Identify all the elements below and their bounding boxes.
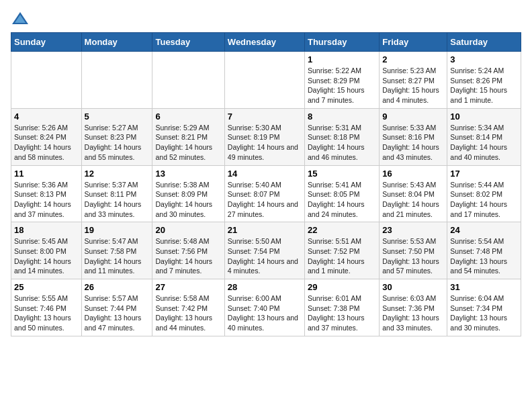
day-number: 25 bbox=[14, 282, 79, 292]
calendar-cell: 3Sunrise: 5:24 AM Sunset: 8:26 PM Daylig… bbox=[447, 52, 521, 109]
day-number: 19 bbox=[85, 225, 150, 235]
calendar-cell: 4Sunrise: 5:26 AM Sunset: 8:24 PM Daylig… bbox=[11, 108, 82, 165]
day-number: 29 bbox=[308, 282, 376, 292]
week-row-2: 11Sunrise: 5:36 AM Sunset: 8:13 PM Dayli… bbox=[11, 165, 521, 222]
calendar-header-row: SundayMondayTuesdayWednesdayThursdayFrid… bbox=[11, 33, 521, 52]
day-info: Sunrise: 5:38 AM Sunset: 8:09 PM Dayligh… bbox=[155, 180, 221, 220]
day-info: Sunrise: 5:24 AM Sunset: 8:26 PM Dayligh… bbox=[450, 66, 518, 105]
calendar-cell: 14Sunrise: 5:40 AM Sunset: 8:07 PM Dayli… bbox=[224, 165, 304, 222]
day-number: 2 bbox=[382, 54, 444, 64]
week-row-1: 4Sunrise: 5:26 AM Sunset: 8:24 PM Daylig… bbox=[11, 108, 521, 165]
calendar-cell: 26Sunrise: 5:57 AM Sunset: 7:44 PM Dayli… bbox=[81, 279, 152, 336]
calendar-cell: 17Sunrise: 5:44 AM Sunset: 8:02 PM Dayli… bbox=[447, 165, 521, 222]
calendar-cell: 30Sunrise: 6:03 AM Sunset: 7:36 PM Dayli… bbox=[380, 279, 447, 336]
calendar-cell: 11Sunrise: 5:36 AM Sunset: 8:13 PM Dayli… bbox=[11, 165, 82, 222]
day-number: 20 bbox=[155, 225, 221, 235]
calendar-cell bbox=[224, 52, 304, 109]
day-info: Sunrise: 5:58 AM Sunset: 7:42 PM Dayligh… bbox=[155, 293, 221, 333]
calendar-cell bbox=[152, 52, 224, 109]
day-number: 23 bbox=[382, 225, 444, 235]
header-monday: Monday bbox=[81, 33, 152, 52]
day-number: 31 bbox=[450, 282, 518, 292]
day-info: Sunrise: 5:36 AM Sunset: 8:13 PM Dayligh… bbox=[14, 180, 79, 220]
day-number: 18 bbox=[14, 225, 79, 235]
day-number: 4 bbox=[14, 111, 79, 122]
day-number: 3 bbox=[450, 54, 518, 64]
calendar-table: SundayMondayTuesdayWednesdayThursdayFrid… bbox=[11, 32, 521, 336]
day-number: 30 bbox=[382, 282, 444, 292]
calendar-cell bbox=[11, 52, 82, 109]
calendar-cell: 9Sunrise: 5:33 AM Sunset: 8:16 PM Daylig… bbox=[380, 108, 447, 165]
calendar-cell: 28Sunrise: 6:00 AM Sunset: 7:40 PM Dayli… bbox=[224, 279, 304, 336]
day-info: Sunrise: 5:48 AM Sunset: 7:56 PM Dayligh… bbox=[155, 236, 221, 276]
page-header bbox=[11, 11, 521, 26]
day-info: Sunrise: 5:22 AM Sunset: 8:29 PM Dayligh… bbox=[308, 66, 376, 105]
calendar-cell: 7Sunrise: 5:30 AM Sunset: 8:19 PM Daylig… bbox=[224, 108, 304, 165]
calendar-cell: 15Sunrise: 5:41 AM Sunset: 8:05 PM Dayli… bbox=[304, 165, 379, 222]
logo-icon bbox=[11, 11, 30, 26]
calendar-cell: 19Sunrise: 5:47 AM Sunset: 7:58 PM Dayli… bbox=[81, 222, 152, 279]
calendar-cell: 25Sunrise: 5:55 AM Sunset: 7:46 PM Dayli… bbox=[11, 279, 82, 336]
day-info: Sunrise: 6:03 AM Sunset: 7:36 PM Dayligh… bbox=[382, 293, 444, 333]
day-info: Sunrise: 5:47 AM Sunset: 7:58 PM Dayligh… bbox=[85, 236, 150, 276]
calendar-cell: 20Sunrise: 5:48 AM Sunset: 7:56 PM Dayli… bbox=[152, 222, 224, 279]
day-info: Sunrise: 5:27 AM Sunset: 8:23 PM Dayligh… bbox=[85, 123, 150, 163]
day-number: 16 bbox=[382, 169, 444, 179]
day-info: Sunrise: 6:04 AM Sunset: 7:34 PM Dayligh… bbox=[450, 293, 518, 333]
day-info: Sunrise: 5:37 AM Sunset: 8:11 PM Dayligh… bbox=[85, 180, 150, 220]
calendar-cell: 24Sunrise: 5:54 AM Sunset: 7:48 PM Dayli… bbox=[447, 222, 521, 279]
calendar-cell: 8Sunrise: 5:31 AM Sunset: 8:18 PM Daylig… bbox=[304, 108, 379, 165]
day-info: Sunrise: 5:26 AM Sunset: 8:24 PM Dayligh… bbox=[14, 123, 79, 163]
calendar-cell: 22Sunrise: 5:51 AM Sunset: 7:52 PM Dayli… bbox=[304, 222, 379, 279]
header-saturday: Saturday bbox=[447, 33, 521, 52]
day-number: 14 bbox=[228, 169, 302, 179]
calendar-cell: 12Sunrise: 5:37 AM Sunset: 8:11 PM Dayli… bbox=[81, 165, 152, 222]
day-info: Sunrise: 5:54 AM Sunset: 7:48 PM Dayligh… bbox=[450, 236, 518, 276]
calendar-cell: 16Sunrise: 5:43 AM Sunset: 8:04 PM Dayli… bbox=[380, 165, 447, 222]
header-friday: Friday bbox=[380, 33, 447, 52]
day-number: 10 bbox=[450, 111, 518, 122]
day-number: 9 bbox=[382, 111, 444, 122]
day-info: Sunrise: 5:57 AM Sunset: 7:44 PM Dayligh… bbox=[85, 293, 150, 333]
header-wednesday: Wednesday bbox=[224, 33, 304, 52]
day-info: Sunrise: 5:55 AM Sunset: 7:46 PM Dayligh… bbox=[14, 293, 79, 333]
day-number: 21 bbox=[228, 225, 302, 235]
calendar-cell bbox=[81, 52, 152, 109]
day-info: Sunrise: 5:50 AM Sunset: 7:54 PM Dayligh… bbox=[228, 236, 302, 276]
day-number: 6 bbox=[155, 111, 221, 122]
header-tuesday: Tuesday bbox=[152, 33, 224, 52]
day-info: Sunrise: 5:29 AM Sunset: 8:21 PM Dayligh… bbox=[155, 123, 221, 163]
day-number: 13 bbox=[155, 169, 221, 179]
calendar-cell: 21Sunrise: 5:50 AM Sunset: 7:54 PM Dayli… bbox=[224, 222, 304, 279]
calendar-cell: 27Sunrise: 5:58 AM Sunset: 7:42 PM Dayli… bbox=[152, 279, 224, 336]
day-number: 1 bbox=[308, 54, 376, 64]
calendar-cell: 1Sunrise: 5:22 AM Sunset: 8:29 PM Daylig… bbox=[304, 52, 379, 109]
calendar-cell: 31Sunrise: 6:04 AM Sunset: 7:34 PM Dayli… bbox=[447, 279, 521, 336]
day-info: Sunrise: 5:31 AM Sunset: 8:18 PM Dayligh… bbox=[308, 123, 376, 163]
day-info: Sunrise: 5:44 AM Sunset: 8:02 PM Dayligh… bbox=[450, 180, 518, 220]
day-info: Sunrise: 5:41 AM Sunset: 8:05 PM Dayligh… bbox=[308, 180, 376, 220]
day-number: 17 bbox=[450, 169, 518, 179]
day-info: Sunrise: 5:34 AM Sunset: 8:14 PM Dayligh… bbox=[450, 123, 518, 163]
day-info: Sunrise: 5:40 AM Sunset: 8:07 PM Dayligh… bbox=[228, 180, 302, 220]
header-sunday: Sunday bbox=[11, 33, 82, 52]
day-number: 7 bbox=[228, 111, 302, 122]
day-info: Sunrise: 5:30 AM Sunset: 8:19 PM Dayligh… bbox=[228, 123, 302, 163]
header-thursday: Thursday bbox=[304, 33, 379, 52]
calendar-cell: 6Sunrise: 5:29 AM Sunset: 8:21 PM Daylig… bbox=[152, 108, 224, 165]
day-info: Sunrise: 5:23 AM Sunset: 8:27 PM Dayligh… bbox=[382, 66, 444, 105]
calendar-cell: 23Sunrise: 5:53 AM Sunset: 7:50 PM Dayli… bbox=[380, 222, 447, 279]
week-row-4: 25Sunrise: 5:55 AM Sunset: 7:46 PM Dayli… bbox=[11, 279, 521, 336]
calendar-cell: 10Sunrise: 5:34 AM Sunset: 8:14 PM Dayli… bbox=[447, 108, 521, 165]
day-number: 24 bbox=[450, 225, 518, 235]
day-number: 12 bbox=[85, 169, 150, 179]
day-number: 8 bbox=[308, 111, 376, 122]
day-number: 5 bbox=[85, 111, 150, 122]
day-info: Sunrise: 5:45 AM Sunset: 8:00 PM Dayligh… bbox=[14, 236, 79, 276]
day-number: 26 bbox=[85, 282, 150, 292]
calendar-cell: 5Sunrise: 5:27 AM Sunset: 8:23 PM Daylig… bbox=[81, 108, 152, 165]
day-number: 27 bbox=[155, 282, 221, 292]
logo bbox=[11, 11, 32, 26]
day-info: Sunrise: 5:51 AM Sunset: 7:52 PM Dayligh… bbox=[308, 236, 376, 276]
day-number: 11 bbox=[14, 169, 79, 179]
